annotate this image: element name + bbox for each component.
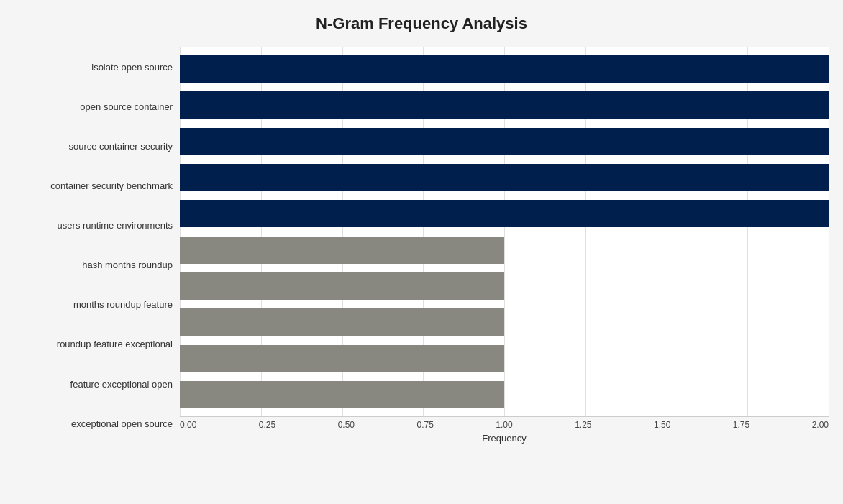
bar-row: [180, 160, 829, 196]
grid-and-bars: [180, 47, 829, 417]
chart-area: isolate open sourceopen source container…: [14, 47, 829, 444]
bar-row: [180, 51, 829, 87]
bar-row: [180, 340, 829, 376]
bar-row: [180, 124, 829, 160]
bar: [180, 164, 829, 191]
x-tick: 0.75: [416, 420, 433, 430]
bar: [180, 91, 829, 119]
bar: [180, 308, 504, 336]
y-axis: isolate open sourceopen source container…: [14, 47, 180, 444]
bar: [180, 381, 504, 408]
x-ticks: 0.000.250.500.751.001.251.501.752.00: [180, 420, 829, 430]
x-tick: 1.75: [733, 420, 749, 430]
bar-row: [180, 196, 829, 232]
grid-line: [829, 47, 829, 416]
bars-wrapper: [180, 47, 829, 416]
x-tick: 0.25: [259, 420, 275, 430]
plot-area: 0.000.250.500.751.001.251.501.752.00 Fre…: [180, 47, 829, 444]
x-tick: 2.00: [812, 420, 829, 430]
y-label: exceptional open source: [71, 418, 173, 430]
x-tick: 0.00: [180, 420, 196, 430]
x-tick: 1.00: [496, 420, 512, 430]
bar: [180, 272, 504, 300]
y-label: open source container: [80, 101, 173, 113]
x-tick: 0.50: [338, 420, 355, 430]
x-tick: 1.25: [575, 420, 591, 430]
bar-row: [180, 304, 829, 340]
chart-container: N-Gram Frequency Analysis isolate open s…: [0, 0, 843, 504]
bar: [180, 55, 829, 83]
y-label: source container security: [68, 141, 173, 152]
x-axis-label: Frequency: [180, 433, 829, 444]
bar: [180, 345, 504, 372]
bar: [180, 200, 829, 227]
y-label: feature exceptional open: [70, 379, 173, 390]
y-label: months roundup feature: [73, 299, 173, 311]
y-label: isolate open source: [91, 62, 173, 73]
bar-row: [180, 268, 829, 304]
bar: [180, 128, 829, 155]
bar-row: [180, 377, 829, 413]
bar-row: [180, 87, 829, 123]
y-label: hash months roundup: [82, 260, 173, 271]
x-axis: 0.000.250.500.751.001.251.501.752.00 Fre…: [180, 420, 829, 444]
y-label: users runtime environments: [58, 220, 173, 232]
bar: [180, 237, 504, 264]
bar-row: [180, 232, 829, 267]
x-tick: 1.50: [654, 420, 670, 430]
y-label: roundup feature exceptional: [57, 339, 173, 350]
chart-title: N-Gram Frequency Analysis: [14, 14, 829, 33]
y-label: container security benchmark: [50, 180, 173, 192]
